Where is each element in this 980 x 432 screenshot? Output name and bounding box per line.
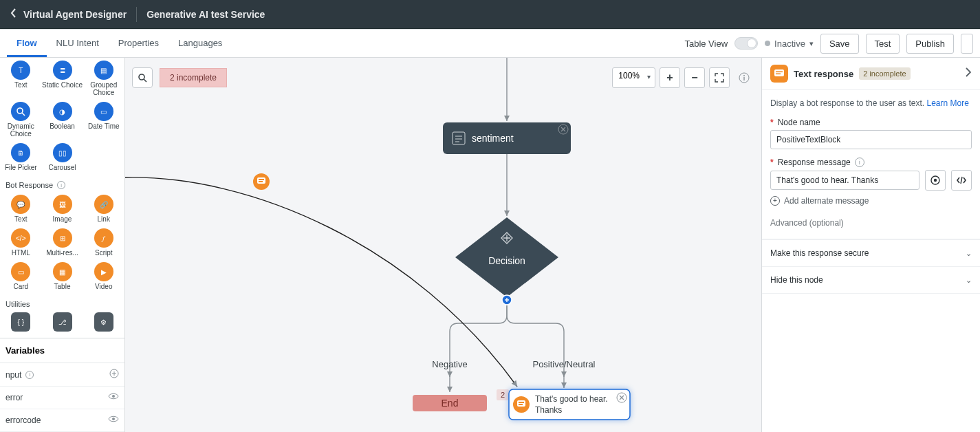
- plus-icon: +: [666, 72, 673, 84]
- link-icon: 🔗: [94, 195, 113, 214]
- variable-row-input[interactable]: nput i: [0, 363, 124, 387]
- palette-item-card[interactable]: ▭ Card: [0, 262, 41, 290]
- back-chevron-icon[interactable]: [10, 8, 18, 21]
- canvas-info-button[interactable]: [734, 67, 754, 88]
- table-view-label: Table View: [684, 39, 728, 49]
- search-icon: [11, 102, 30, 121]
- node-decision[interactable]: Decision: [455, 217, 558, 305]
- save-button[interactable]: Save: [820, 34, 859, 54]
- advanced-label: Advanced (optional): [770, 218, 972, 228]
- play-icon: ▶: [94, 262, 113, 281]
- response-message-input[interactable]: [770, 171, 919, 190]
- tab-properties[interactable]: Properties: [109, 30, 168, 57]
- info-icon[interactable]: i: [855, 158, 864, 167]
- svg-rect-11: [743, 77, 744, 80]
- palette-item-util-3[interactable]: ⚙: [83, 312, 124, 333]
- palette-item-dynamic-choice[interactable]: Dynamic Choice: [0, 102, 41, 138]
- accordion-hide-node[interactable]: Hide this node ⌄: [762, 267, 980, 294]
- minus-icon: −: [691, 72, 697, 84]
- code-block-icon: { }: [11, 312, 30, 332]
- chevron-right-icon: [965, 67, 972, 77]
- incomplete-badge[interactable]: 2 incomplete: [160, 68, 227, 87]
- svg-text:Positive/Neutral: Positive/Neutral: [532, 359, 595, 369]
- palette-item-boolean[interactable]: ◑ Boolean: [42, 102, 83, 138]
- canvas-search-button[interactable]: [132, 67, 153, 88]
- svg-text:Thanks: Thanks: [535, 405, 562, 415]
- test-button[interactable]: Test: [866, 34, 900, 54]
- svg-rect-39: [519, 404, 523, 405]
- panel-title: Text response: [794, 69, 853, 79]
- palette: T Text ≣ Static Choice ▤ Grouped Choice: [0, 58, 125, 432]
- svg-line-1: [22, 113, 25, 116]
- status-dropdown[interactable]: Inactive ▾: [765, 39, 814, 49]
- list-icon: ≣: [53, 61, 72, 80]
- palette-item-html[interactable]: </> HTML: [0, 228, 41, 257]
- palette-item-bot-text[interactable]: 💬 Text: [0, 195, 41, 223]
- zoom-out-button[interactable]: −: [684, 67, 705, 88]
- eye-icon[interactable]: [108, 392, 119, 403]
- grid-icon: ▤: [94, 61, 113, 80]
- svg-rect-47: [776, 74, 781, 75]
- fullscreen-button[interactable]: [709, 67, 730, 88]
- kebab-menu-button[interactable]: [961, 34, 973, 54]
- text-icon: T: [11, 61, 30, 80]
- fullscreen-icon: [715, 73, 724, 83]
- tab-nlu-intent[interactable]: NLU Intent: [47, 30, 109, 57]
- multi-icon: ⊞: [53, 228, 72, 248]
- learn-more-link[interactable]: Learn More: [926, 98, 968, 108]
- palette-item-text[interactable]: T Text: [0, 61, 41, 96]
- palette-item-static-choice[interactable]: ≣ Static Choice: [42, 61, 83, 96]
- palette-item-table[interactable]: ▦ Table: [42, 262, 83, 290]
- tab-bar: Flow NLU Intent Properties Languages Tab…: [0, 29, 980, 58]
- svg-point-6: [112, 418, 115, 420]
- add-alternate-button[interactable]: + Add alternate message: [770, 196, 972, 206]
- node-sentiment[interactable]: sentiment: [443, 122, 571, 154]
- palette-item-util-1[interactable]: { }: [0, 312, 41, 333]
- panel-collapse-button[interactable]: [965, 67, 972, 80]
- svg-text:sentiment: sentiment: [472, 133, 514, 144]
- ai-suggest-button[interactable]: [925, 170, 946, 191]
- calendar-icon: ▭: [94, 102, 113, 121]
- code-icon: </>: [11, 228, 30, 248]
- node-name-input[interactable]: [770, 130, 972, 149]
- palette-item-script[interactable]: 𝑓 Script: [83, 228, 124, 257]
- image-icon: 🖼: [53, 195, 72, 214]
- node-text-response[interactable]: That's good to hear. Thanks: [509, 389, 630, 420]
- chevron-down-icon: ⌄: [966, 276, 972, 285]
- flow-diagram: sentiment Decision: [125, 58, 761, 432]
- variable-row-errorcode[interactable]: errorcode: [0, 409, 124, 432]
- palette-item-util-2[interactable]: ⎇: [42, 312, 83, 333]
- svg-rect-26: [257, 177, 265, 184]
- code-view-button[interactable]: [951, 170, 972, 191]
- palette-item-grouped-choice[interactable]: ▤ Grouped Choice: [83, 61, 124, 96]
- palette-section-bot-response: Bot Response i: [0, 177, 124, 192]
- toggle-icon: ◑: [53, 102, 72, 121]
- eye-icon[interactable]: [108, 415, 119, 426]
- app-title: Virtual Agent Designer: [23, 9, 127, 20]
- palette-item-carousel[interactable]: ▯▯ Carousel: [42, 143, 83, 171]
- zoom-in-button[interactable]: +: [660, 67, 680, 88]
- canvas[interactable]: 2 incomplete 100% + −: [125, 58, 761, 432]
- file-icon: 🗎: [11, 143, 30, 162]
- node-end[interactable]: End: [413, 395, 487, 411]
- variable-row-error[interactable]: error: [0, 387, 124, 409]
- palette-item-video[interactable]: ▶ Video: [83, 262, 124, 290]
- palette-section-utilities: Utilities: [0, 296, 124, 311]
- palette-item-link[interactable]: 🔗 Link: [83, 195, 124, 223]
- tab-flow[interactable]: Flow: [7, 30, 47, 57]
- header-divider: [136, 7, 137, 22]
- table-view-toggle[interactable]: [734, 37, 758, 50]
- palette-item-image[interactable]: 🖼 Image: [42, 195, 83, 223]
- variables-header: Variables: [0, 338, 124, 363]
- panel-description: Display a bot response to the user as te…: [770, 98, 972, 108]
- svg-text:2: 2: [501, 391, 505, 399]
- publish-button[interactable]: Publish: [906, 34, 954, 54]
- add-icon[interactable]: [109, 369, 119, 380]
- accordion-make-secure[interactable]: Make this response secure ⌄: [762, 240, 980, 267]
- zoom-select[interactable]: 100%: [612, 67, 655, 88]
- tab-languages[interactable]: Languages: [168, 30, 232, 57]
- palette-item-file-picker[interactable]: 🗎 File Picker: [0, 143, 41, 171]
- info-icon[interactable]: i: [57, 181, 65, 189]
- palette-item-datetime[interactable]: ▭ Date Time: [83, 102, 124, 138]
- palette-item-multires[interactable]: ⊞ Multi-res...: [42, 228, 83, 257]
